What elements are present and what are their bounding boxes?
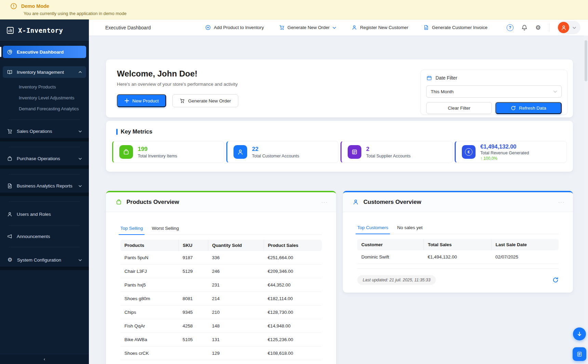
sidebar-item-demand-forecasting[interactable]: Demand Forecasting Analytics xyxy=(3,103,86,114)
quick-form-button[interactable] xyxy=(573,347,586,361)
tab-top-customers[interactable]: Top Customers xyxy=(357,225,388,234)
user-icon xyxy=(561,25,567,31)
table-row: Pants hxj5231€44,352.00 xyxy=(120,278,322,292)
column-header: Quantity Sold xyxy=(208,240,264,251)
report-file-icon xyxy=(7,183,13,189)
products-table-header: Products SKU Quantity Sold Product Sales xyxy=(120,240,322,251)
products-tabs: Top Selling Worst Selling xyxy=(120,226,322,235)
sidebar-item-inventory-management[interactable]: Inventory Management xyxy=(3,66,86,78)
tab-no-sales[interactable]: No sales yet xyxy=(397,225,423,234)
sidebar-item-purchase-operations[interactable]: Purchase Operations xyxy=(3,153,86,164)
sidebar-item-executive-dashboard[interactable]: Executive Dashboard xyxy=(3,46,86,58)
scroll-down-button[interactable] xyxy=(573,327,586,340)
notifications-bell-icon[interactable] xyxy=(521,24,528,31)
demo-mode-title: Demo Mode xyxy=(21,3,49,9)
sidebar-item-label: Demand Forecasting Analytics xyxy=(19,106,82,111)
selected-date-range: This Month xyxy=(431,89,553,94)
divider xyxy=(549,24,549,32)
chevron-down-icon xyxy=(78,184,82,188)
collapse-chevron-icon: ‹ xyxy=(44,356,45,362)
topbar: Executive Dashboard Add Product to Inven… xyxy=(89,19,588,36)
cell-qty: 336 xyxy=(208,251,264,265)
nav-divider xyxy=(9,201,80,202)
welcome-left: Welcome, John Doe! Here's an overview of… xyxy=(117,69,238,117)
cell-product: Chips xyxy=(120,306,178,319)
cell-qty: 231 xyxy=(208,278,264,292)
metric-value: €1,494,132.00 xyxy=(480,143,529,150)
cell-sales: €14,948.00 xyxy=(264,319,322,333)
column-header: Product Sales xyxy=(264,240,322,251)
cell-product: Shoes crCK xyxy=(120,347,178,360)
topbar-actions: Add Product to Inventory Generate New Or… xyxy=(205,25,487,30)
cell-sales: €209,346.00 xyxy=(264,265,322,278)
cell-product: Shoes g80m xyxy=(120,292,178,306)
sidebar-item-inventory-level-adjustments[interactable]: Inventory Level Adjustments xyxy=(3,92,86,103)
cell-qty: 246 xyxy=(208,265,264,278)
tab-top-selling[interactable]: Top Selling xyxy=(120,226,143,235)
user-icon xyxy=(7,211,13,217)
page-scrollbar xyxy=(584,36,588,364)
customers-table: Customer Total Sales Last Sale Date Domi… xyxy=(357,239,559,264)
help-icon[interactable]: ? xyxy=(507,24,513,31)
arrow-down-icon xyxy=(577,331,582,337)
sidebar-nav: Executive Dashboard Inventory Management… xyxy=(0,41,89,354)
column-header: Last Sale Date xyxy=(491,239,559,250)
generate-order-action[interactable]: Generate New Order xyxy=(279,25,336,30)
more-menu-icon[interactable]: ··· xyxy=(321,199,328,205)
inventory-submenu: Inventory Products Inventory Level Adjus… xyxy=(3,81,86,114)
collapsed-panel xyxy=(0,165,89,169)
date-range-select[interactable]: This Month xyxy=(426,85,562,98)
generate-new-order-button[interactable]: Generate New Order xyxy=(172,94,238,107)
refresh-icon[interactable] xyxy=(552,277,559,283)
register-customer-action[interactable]: Register New Customer xyxy=(351,25,408,30)
nav-divider xyxy=(9,147,80,147)
metric-value: 199 xyxy=(138,145,177,153)
refresh-data-button[interactable]: Refresh Data xyxy=(495,102,562,114)
main-content: Welcome, John Doe! Here's an overview of… xyxy=(89,36,588,364)
demo-mode-banner: Demo Mode You are currently using the ap… xyxy=(0,0,588,19)
last-updated-badge: Last updated: 21 juil. 2025, 11:35:33 xyxy=(357,275,436,285)
sidebar-collapse-button[interactable]: ‹ xyxy=(0,354,89,364)
sidebar-item-business-analytics[interactable]: Business Analytics Reports xyxy=(3,180,86,192)
settings-gear-icon[interactable]: ⚙ xyxy=(535,25,542,31)
sidebar-item-users-roles[interactable]: Users and Roles xyxy=(3,208,86,220)
sidebar-item-label: Executive Dashboard xyxy=(17,50,82,55)
chevron-down-icon xyxy=(78,129,82,133)
sidebar-item-label: Purchase Operations xyxy=(17,156,74,161)
button-label: Generate New Order xyxy=(188,98,231,103)
sidebar-item-label: Inventory Level Adjustments xyxy=(19,95,82,100)
add-product-action[interactable]: Add Product to Inventory xyxy=(205,25,264,30)
scrollbar-thumb[interactable] xyxy=(585,40,587,81)
cell-sku: 5105 xyxy=(178,333,208,347)
sidebar-item-inventory-products[interactable]: Inventory Products xyxy=(3,81,86,92)
cell-sku: 4258 xyxy=(178,319,208,333)
action-label: Generate New Order xyxy=(288,25,330,30)
generate-invoice-action[interactable]: Generate Customer Invoice xyxy=(423,25,487,30)
sidebar-item-announcements[interactable]: Announcements xyxy=(3,230,86,242)
metric-label: Total Customer Accounts xyxy=(252,154,299,158)
customers-overview-card: Customers Overview ··· Top Customers No … xyxy=(343,191,573,293)
tab-worst-selling[interactable]: Worst Selling xyxy=(152,226,179,235)
welcome-card: Welcome, John Doe! Here's an overview of… xyxy=(106,59,573,117)
more-menu-icon[interactable]: ··· xyxy=(558,199,565,205)
help-glyph: ? xyxy=(509,25,511,30)
divider xyxy=(357,268,559,269)
button-label: Clear Filter xyxy=(448,106,470,111)
action-label: Generate Customer Invoice xyxy=(432,25,487,30)
metric-label: Total Inventory Items xyxy=(138,154,177,158)
key-metrics-card: Key Metrics 199 Total Inventory Items xyxy=(106,121,573,172)
key-metrics-title: Key Metrics xyxy=(116,128,567,135)
sidebar-item-system-configuration[interactable]: ⚙ System Configuration xyxy=(3,254,86,266)
table-row: Pants 5puN9187336€251,664.00 xyxy=(120,251,322,265)
user-menu[interactable] xyxy=(557,21,580,34)
sidebar-item-label: Sales Operations xyxy=(17,129,74,134)
cell-product: Chair L3FJ xyxy=(120,265,178,278)
clear-filter-button[interactable]: Clear Filter xyxy=(426,102,492,114)
sidebar-item-label: Inventory Products xyxy=(19,84,82,89)
sidebar-item-sales-operations[interactable]: Sales Operations xyxy=(3,125,86,137)
nav-divider xyxy=(9,174,80,174)
topbar-icons: ? ⚙ xyxy=(507,21,580,34)
column-header: Products xyxy=(120,240,178,251)
new-product-button[interactable]: New Product xyxy=(117,94,166,107)
metric-value: 2 xyxy=(366,145,411,153)
